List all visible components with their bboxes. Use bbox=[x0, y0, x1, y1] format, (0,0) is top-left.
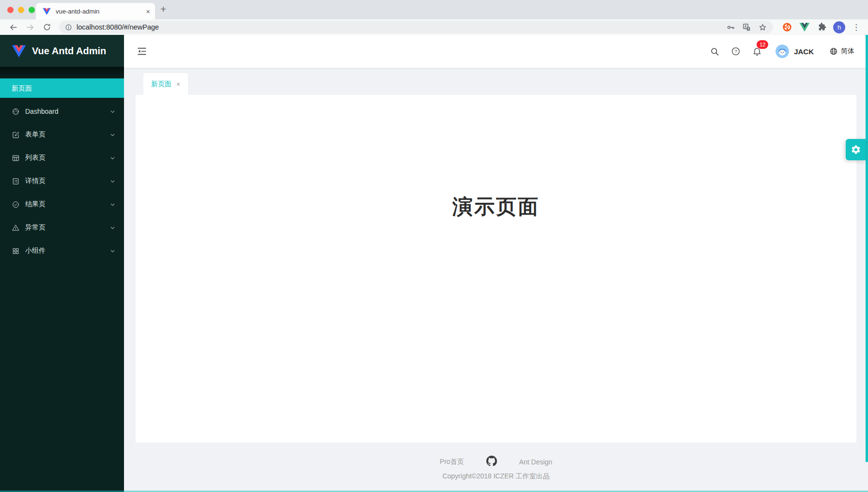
back-arrow-icon bbox=[9, 23, 18, 32]
page-title: 演示页面 bbox=[136, 193, 856, 220]
gear-icon bbox=[851, 144, 861, 155]
vue-favicon-icon bbox=[43, 8, 51, 15]
password-key-button[interactable] bbox=[726, 23, 735, 32]
sidebar-item-label: 小组件 bbox=[25, 246, 46, 255]
settings-drawer-button[interactable] bbox=[846, 139, 866, 160]
page-tab-active[interactable]: 新页面 × bbox=[143, 73, 188, 95]
chevron-down-icon bbox=[110, 155, 115, 161]
profile-icon bbox=[12, 177, 20, 185]
translate-icon bbox=[742, 23, 751, 32]
maximize-window-button[interactable] bbox=[29, 7, 35, 13]
globe-icon bbox=[829, 47, 838, 56]
avatar-face-icon bbox=[775, 45, 789, 58]
sidebar-item-label: 详情页 bbox=[25, 177, 46, 185]
sidebar: Vue Antd Admin 新页面 Dashboard 表单页 bbox=[0, 35, 124, 492]
browser-tab[interactable]: vue-antd-admin × bbox=[36, 3, 155, 19]
menu-fold-icon bbox=[137, 46, 147, 57]
sidebar-item-exception-page[interactable]: 异常页 bbox=[0, 218, 124, 237]
table-icon bbox=[12, 154, 20, 162]
extensions-area: h ⋮ bbox=[782, 21, 860, 33]
footer-link-pro-home[interactable]: Pro首页 bbox=[440, 458, 464, 466]
sidebar-item-list-page[interactable]: 列表页 bbox=[0, 148, 124, 168]
page-info-icon[interactable] bbox=[65, 24, 72, 31]
chevron-down-icon bbox=[110, 225, 115, 231]
notification-badge: 12 bbox=[757, 40, 768, 49]
warning-icon bbox=[12, 224, 20, 232]
copyright: Copyright©2018 ICZER 工作室出品 bbox=[124, 472, 868, 481]
bookmark-button[interactable] bbox=[758, 23, 767, 32]
settings-drawer-edge bbox=[866, 35, 868, 462]
minimize-window-button[interactable] bbox=[18, 7, 24, 13]
sidebar-item-result-page[interactable]: 结果页 bbox=[0, 195, 124, 214]
sidebar-item-new-page[interactable]: 新页面 bbox=[0, 78, 124, 98]
dashboard-icon bbox=[12, 108, 20, 116]
chevron-down-icon bbox=[110, 109, 115, 114]
footer: Pro首页 Ant Design Copyright©2018 ICZER 工作… bbox=[124, 443, 868, 492]
chevron-down-icon bbox=[110, 202, 115, 207]
sidebar-item-widgets[interactable]: 小组件 bbox=[0, 241, 124, 261]
forward-button[interactable] bbox=[26, 23, 35, 32]
page-tab-close-icon[interactable]: × bbox=[176, 80, 180, 88]
back-button[interactable] bbox=[9, 23, 18, 32]
sidebar-item-dashboard[interactable]: Dashboard bbox=[0, 102, 124, 121]
footer-links: Pro首页 Ant Design bbox=[124, 456, 868, 468]
github-icon[interactable] bbox=[486, 456, 497, 468]
sidebar-menu: 新页面 Dashboard 表单页 列表页 bbox=[0, 67, 124, 492]
forward-arrow-icon bbox=[26, 23, 35, 32]
sidebar-item-label: 异常页 bbox=[25, 223, 46, 232]
block-icon bbox=[12, 247, 20, 255]
extensions-puzzle-icon[interactable] bbox=[817, 22, 826, 32]
key-icon bbox=[726, 23, 735, 32]
browser-menu-button[interactable]: ⋮ bbox=[852, 22, 860, 32]
user-avatar[interactable] bbox=[775, 45, 789, 58]
search-icon bbox=[710, 47, 719, 56]
footer-link-ant-design[interactable]: Ant Design bbox=[519, 458, 552, 466]
address-bar[interactable]: localhost:8080/#/newPage bbox=[59, 21, 773, 33]
svg-text:?: ? bbox=[735, 49, 737, 54]
chevron-down-icon bbox=[110, 179, 115, 184]
browser-tab-title: vue-antd-admin bbox=[56, 8, 146, 15]
language-selector[interactable]: 简体 bbox=[829, 47, 854, 56]
question-circle-icon: ? bbox=[731, 46, 741, 56]
sidebar-item-form-page[interactable]: 表单页 bbox=[0, 125, 124, 144]
sidebar-item-label: 结果页 bbox=[25, 200, 46, 209]
chevron-down-icon bbox=[110, 132, 115, 138]
sidebar-collapse-trigger[interactable] bbox=[137, 46, 147, 57]
star-icon bbox=[758, 23, 767, 32]
translate-button[interactable] bbox=[742, 23, 751, 32]
url-text[interactable]: localhost:8080/#/newPage bbox=[77, 23, 719, 31]
sidebar-item-label: 列表页 bbox=[25, 154, 46, 162]
sidebar-item-label: Dashboard bbox=[25, 108, 59, 115]
reload-button[interactable] bbox=[43, 23, 51, 31]
check-circle-icon bbox=[12, 200, 20, 209]
browser-tabstrip: vue-antd-admin × + bbox=[0, 0, 868, 19]
new-tab-button[interactable]: + bbox=[160, 3, 166, 15]
browser-toolbar: localhost:8080/#/newPage h ⋮ bbox=[0, 19, 868, 35]
app-logo-bar[interactable]: Vue Antd Admin bbox=[0, 35, 124, 67]
app-title: Vue Antd Admin bbox=[32, 46, 106, 57]
browser-profile-avatar[interactable]: h bbox=[833, 21, 845, 33]
content-card: 演示页面 bbox=[136, 95, 856, 443]
help-button[interactable]: ? bbox=[731, 46, 741, 56]
notification-button[interactable]: 12 bbox=[752, 46, 762, 56]
vue-devtools-icon[interactable] bbox=[799, 22, 810, 32]
reload-icon bbox=[43, 23, 51, 31]
chevron-down-icon bbox=[110, 248, 115, 254]
header-actions: ? 12 JACK 简体 bbox=[710, 45, 854, 58]
sidebar-item-detail-page[interactable]: 详情页 bbox=[0, 171, 124, 191]
app-logo-icon bbox=[12, 45, 26, 58]
sidebar-item-label: 表单页 bbox=[25, 130, 46, 139]
tab-close-icon[interactable]: × bbox=[146, 7, 150, 15]
page-tabs: 新页面 × bbox=[143, 73, 188, 95]
search-button[interactable] bbox=[710, 47, 719, 56]
language-label: 简体 bbox=[841, 47, 854, 56]
page-tab-label: 新页面 bbox=[151, 80, 171, 89]
extension-orange-icon[interactable] bbox=[782, 22, 792, 32]
app-header: ? 12 JACK 简体 bbox=[124, 35, 868, 68]
close-window-button[interactable] bbox=[7, 7, 14, 13]
username[interactable]: JACK bbox=[794, 47, 814, 56]
window-controls bbox=[7, 7, 35, 13]
form-icon bbox=[12, 131, 20, 139]
browser-chrome: vue-antd-admin × + localhost:8080/#/newP… bbox=[0, 0, 868, 35]
